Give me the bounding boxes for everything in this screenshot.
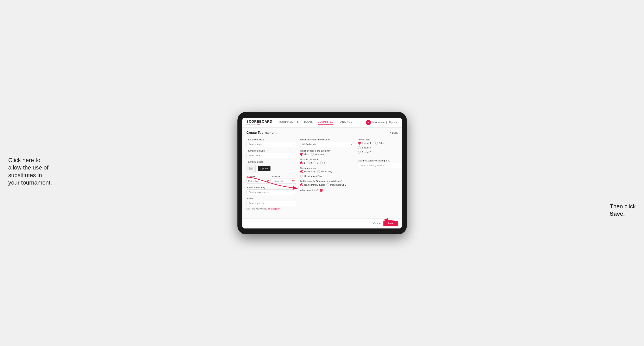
rounds-radio-group: 1 2 3 bbox=[300, 162, 354, 164]
page-title: Create Tournament bbox=[246, 131, 277, 135]
event-teams-label: Teams (+Individuals) bbox=[304, 183, 325, 186]
round-3-radio[interactable] bbox=[314, 162, 316, 164]
scoring-match-radio[interactable] bbox=[317, 170, 320, 173]
round-4-radio[interactable] bbox=[320, 162, 323, 164]
nav-tournaments[interactable]: TOURNAMENTS bbox=[278, 120, 299, 125]
round-4[interactable]: 4 bbox=[320, 162, 325, 164]
start-calendar-icon: 📅 bbox=[266, 180, 269, 182]
gender-womens-radio[interactable] bbox=[311, 153, 314, 156]
format-6count5-radio[interactable] bbox=[358, 151, 361, 154]
nav-committee[interactable]: COMMITTEE bbox=[318, 120, 334, 125]
page-header: Create Tournament < Back bbox=[246, 131, 398, 135]
end-date-label: End date bbox=[272, 175, 296, 178]
end-date-group: End date 📅 bbox=[272, 175, 296, 184]
allow-subs-checkbox-item[interactable]: Allow substitutes? ✓ bbox=[300, 189, 354, 191]
cancel-button[interactable]: Cancel bbox=[373, 222, 381, 225]
tournament-host-label: Tournament Host bbox=[246, 138, 296, 141]
format-5count4[interactable]: 5 count 4 bbox=[358, 142, 371, 145]
venue-input[interactable] bbox=[246, 201, 296, 206]
scoring-stroke-radio[interactable] bbox=[300, 170, 303, 173]
format-other[interactable]: Other bbox=[375, 142, 385, 145]
format-5count4-radio[interactable] bbox=[358, 142, 361, 145]
scoring-medal[interactable]: Medal Match Play bbox=[300, 175, 322, 177]
scoring-stroke-label: Stroke Play bbox=[304, 170, 316, 173]
form-section-left: Tournament Host Tournament name Tourname… bbox=[246, 138, 296, 210]
tournament-name-input[interactable] bbox=[246, 153, 296, 158]
event-teams[interactable]: Teams (+Individuals) bbox=[300, 183, 325, 186]
format-6count4-radio[interactable] bbox=[358, 146, 361, 149]
start-date-wrapper: 📅 bbox=[246, 178, 270, 184]
annotation-right-text2: Save. bbox=[610, 210, 625, 217]
save-button[interactable]: Save bbox=[384, 221, 398, 226]
scoring-service-label: Use third-party live scoring API? bbox=[358, 159, 402, 162]
event-type-group: Is this event for Teams and/or Individua… bbox=[300, 180, 354, 186]
round-2-radio[interactable] bbox=[307, 162, 310, 164]
upload-button[interactable]: Upload bbox=[258, 166, 271, 171]
nav-teams[interactable]: TEAMS bbox=[304, 120, 313, 125]
venue-group: Venue Can't find your venue? email suppo… bbox=[246, 197, 296, 210]
end-calendar-icon: 📅 bbox=[292, 180, 295, 182]
tournament-host-group: Tournament Host bbox=[246, 138, 296, 147]
sponsor-group: Sponsor (optional) bbox=[246, 186, 296, 195]
round-1-label: 1 bbox=[304, 162, 305, 164]
content-area: Create Tournament < Back Tournament Host bbox=[242, 128, 402, 218]
annotation-right: Then click Save. bbox=[610, 203, 636, 218]
logo-area: SCOREBOARD Powered by clippd bbox=[246, 120, 272, 125]
event-type-label: Is this event for Teams and/or Individua… bbox=[300, 180, 354, 182]
round-1[interactable]: 1 bbox=[300, 162, 305, 164]
scoring-match-label: Match Play bbox=[321, 170, 332, 173]
division-label: Which division is the event for? bbox=[300, 138, 354, 141]
gender-mens-label: Mens bbox=[304, 153, 310, 156]
event-type-radio-group: Teams (+Individuals) Individuals Only bbox=[300, 183, 354, 186]
annotation-left: Click here to allow the use of substitut… bbox=[8, 157, 54, 187]
event-individuals-radio[interactable] bbox=[326, 183, 329, 186]
gender-mens[interactable]: Mens bbox=[300, 153, 310, 156]
event-individuals-label: Individuals Only bbox=[330, 183, 346, 186]
scoring-service-select[interactable]: Select a scoring service bbox=[358, 163, 402, 168]
scoring-medal-radio[interactable] bbox=[300, 175, 303, 177]
format-other-radio[interactable] bbox=[375, 142, 378, 145]
rounds-label: Number of rounds bbox=[300, 158, 354, 161]
nav-rankings[interactable]: RANKINGS bbox=[338, 120, 352, 125]
division-select[interactable]: NCAA Division I bbox=[300, 142, 354, 147]
format-6count5[interactable]: 6 count 5 bbox=[358, 151, 402, 154]
format-5count4-label: 5 count 4 bbox=[362, 142, 371, 144]
user-avatar: B bbox=[366, 120, 371, 125]
allow-subs-checkbox[interactable]: ✓ bbox=[320, 189, 322, 191]
round-3[interactable]: 3 bbox=[314, 162, 318, 164]
gender-mens-radio[interactable] bbox=[300, 153, 303, 156]
tournament-logo-label: Tournament logo bbox=[246, 161, 296, 163]
scoring-label: Scoring system bbox=[300, 167, 354, 169]
annotation-right-text1: Then click bbox=[610, 203, 636, 209]
logo-placeholder bbox=[246, 164, 256, 173]
event-teams-radio[interactable] bbox=[300, 183, 303, 186]
format-other-label: Other bbox=[379, 142, 385, 144]
form-layout: Tournament Host Tournament name Tourname… bbox=[246, 138, 398, 210]
format-6count4[interactable]: 6 count 4 bbox=[358, 146, 402, 149]
venue-select-wrapper bbox=[246, 201, 296, 206]
gender-womens[interactable]: Womens bbox=[311, 153, 324, 156]
sponsor-input[interactable] bbox=[246, 189, 296, 195]
nav-right: B blair admin | Sign out bbox=[366, 120, 398, 125]
nav-links: TOURNAMENTS TEAMS COMMITTEE RANKINGS bbox=[278, 120, 366, 125]
venue-note: Can't find your venue? email support bbox=[246, 208, 296, 210]
end-date-wrapper: 📅 bbox=[272, 178, 296, 184]
scoring-service-wrapper: Select a scoring service bbox=[358, 163, 402, 168]
navbar: SCOREBOARD Powered by clippd TOURNAMENTS… bbox=[242, 118, 402, 128]
tournament-host-input[interactable] bbox=[246, 142, 296, 147]
round-2[interactable]: 2 bbox=[307, 162, 312, 164]
scoring-stroke[interactable]: Stroke Play bbox=[300, 170, 316, 173]
round-1-radio[interactable] bbox=[300, 162, 303, 164]
gender-group: Which gender is the event for? Mens Wome… bbox=[300, 150, 354, 156]
round-2-label: 2 bbox=[310, 162, 312, 164]
round-3-label: 3 bbox=[317, 162, 318, 164]
scoring-match[interactable]: Match Play bbox=[317, 170, 332, 173]
user-label: blair admin bbox=[372, 121, 385, 124]
event-individuals[interactable]: Individuals Only bbox=[326, 183, 346, 186]
email-support-link[interactable]: email support bbox=[268, 208, 280, 210]
back-button[interactable]: < Back bbox=[390, 131, 398, 134]
rounds-group: Number of rounds 1 2 bbox=[300, 158, 354, 164]
sign-out-link[interactable]: Sign out bbox=[388, 121, 398, 124]
gender-radio-group: Mens Womens bbox=[300, 153, 354, 156]
tournament-name-group: Tournament name bbox=[246, 150, 296, 158]
